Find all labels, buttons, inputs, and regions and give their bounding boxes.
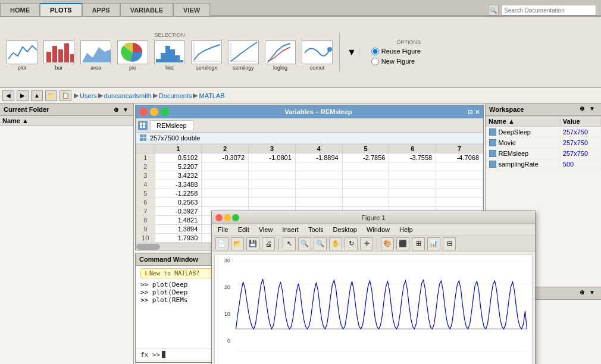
tab-view[interactable]: VIEW	[173, 3, 210, 16]
copy-path-button[interactable]: 📋	[60, 90, 71, 101]
col-header-5[interactable]: 5	[342, 145, 389, 153]
cell-value[interactable]	[295, 198, 342, 207]
cell-value[interactable]	[342, 198, 389, 207]
path-item-matlab[interactable]: MATLAB	[199, 92, 224, 99]
workspace-row[interactable]: samplingRate500	[486, 159, 601, 170]
table-row[interactable]: 5-1.2258	[136, 189, 483, 198]
cell-value[interactable]	[342, 180, 389, 189]
path-item-users[interactable]: Users	[80, 92, 97, 99]
workspace-col-value[interactable]: Value	[560, 117, 600, 127]
table-row[interactable]: 4-3.3488	[136, 180, 483, 189]
workspace-expand-button[interactable]: ⊕	[580, 105, 588, 114]
cell-value[interactable]: 0.5102	[155, 153, 202, 162]
cell-value[interactable]: -1.2258	[155, 189, 202, 198]
figure-menu-edit[interactable]: Edit	[237, 225, 251, 234]
variables-undock-button[interactable]: ⊡	[468, 109, 472, 115]
cell-value[interactable]	[436, 162, 483, 171]
figure-menu-desktop[interactable]: Desktop	[332, 225, 358, 234]
tab-apps[interactable]: APPS	[82, 3, 120, 16]
table-row[interactable]: 25.2207	[136, 162, 483, 171]
cell-value[interactable]	[436, 198, 483, 207]
figure-min-button[interactable]	[224, 214, 231, 221]
fig-save-button[interactable]: 💾	[246, 237, 259, 250]
cell-value[interactable]: 0.2563	[155, 198, 202, 207]
cell-value[interactable]	[249, 171, 296, 180]
col-header-7[interactable]: 7	[436, 145, 483, 153]
cell-value[interactable]	[295, 189, 342, 198]
cell-value[interactable]	[249, 180, 296, 189]
cell-value[interactable]	[202, 180, 249, 189]
cell-value[interactable]	[342, 189, 389, 198]
cell-value[interactable]: -2.7856	[342, 153, 389, 162]
workspace-col-name[interactable]: Name ▲	[486, 117, 561, 127]
cell-value[interactable]	[295, 180, 342, 189]
table-row[interactable]: 60.2563	[136, 198, 483, 207]
history-menu-button[interactable]: ▼	[589, 289, 597, 297]
cell-value[interactable]	[389, 171, 436, 180]
fig-zoom-in-button[interactable]: 🔍	[298, 237, 311, 250]
cell-value[interactable]	[202, 162, 249, 171]
figure-max-button[interactable]	[232, 214, 239, 221]
cell-value[interactable]: 5.2207	[155, 162, 202, 171]
fig-datacursor-button[interactable]: ✛	[360, 237, 373, 250]
cell-value[interactable]	[249, 198, 296, 207]
workspace-menu-button[interactable]: ▼	[589, 105, 597, 114]
reuse-figure-radio[interactable]	[371, 48, 379, 55]
plot-icon-pie[interactable]: pie	[115, 39, 150, 72]
variables-tab-remsleep[interactable]: REMsleep	[150, 120, 193, 130]
col-header-4[interactable]: 4	[295, 145, 342, 153]
fig-open-button[interactable]: 📂	[231, 237, 244, 250]
cell-value[interactable]: -1.8894	[295, 153, 342, 162]
cell-value[interactable]	[436, 189, 483, 198]
fig-pan-button[interactable]: ✋	[329, 237, 342, 250]
variables-min-button[interactable]	[150, 108, 158, 116]
workspace-row[interactable]: DeepSleep257x750	[486, 127, 601, 138]
forward-button[interactable]: ▶	[17, 90, 29, 101]
scrollbar-thumb[interactable]	[136, 244, 160, 250]
more-plots-button[interactable]: ▼	[345, 48, 359, 57]
tab-home[interactable]: HOME	[0, 3, 40, 16]
variables-close-button[interactable]	[139, 108, 148, 116]
workspace-row[interactable]: Movie257x750	[486, 137, 601, 148]
plot-icon-semilogy[interactable]: semilogy	[226, 39, 261, 72]
plot-icon-comet[interactable]: comet	[300, 39, 334, 72]
reuse-figure-label[interactable]: Reuse Figure	[371, 48, 421, 55]
figure-menu-insert[interactable]: Insert	[281, 225, 300, 234]
cell-value[interactable]	[342, 162, 389, 171]
fig-rotate-button[interactable]: ↻	[345, 237, 358, 250]
figure-close-button[interactable]	[215, 214, 223, 221]
plot-icon-bar[interactable]: bar	[42, 39, 76, 72]
fig-axes-button[interactable]: ⊟	[443, 237, 456, 250]
col-header-3[interactable]: 3	[249, 145, 296, 153]
fig-cursor-button[interactable]: ↖	[283, 237, 296, 250]
cell-value[interactable]: -3.7558	[389, 153, 436, 162]
cell-value[interactable]	[389, 180, 436, 189]
fig-legend-button[interactable]: 📊	[427, 237, 440, 250]
fig-zoom-out-button[interactable]: 🔍	[314, 237, 327, 250]
cell-value[interactable]	[249, 189, 296, 198]
cell-value[interactable]	[202, 189, 249, 198]
cell-value[interactable]	[389, 162, 436, 171]
col-header-1[interactable]: 1	[155, 145, 202, 153]
cell-value[interactable]	[389, 198, 436, 207]
history-expand-button[interactable]: ⊕	[580, 289, 588, 297]
cell-value[interactable]: -3.3488	[155, 180, 202, 189]
figure-menu-file[interactable]: File	[217, 225, 230, 234]
figure-menu-window[interactable]: Window	[365, 225, 391, 234]
plot-icon-semilogx[interactable]: semilogx	[189, 39, 224, 72]
fig-new-button[interactable]: 📄	[215, 237, 228, 250]
figure-menu-view[interactable]: View	[258, 225, 274, 234]
col-header-6[interactable]: 6	[389, 145, 436, 153]
browse-button[interactable]: 📁	[45, 90, 57, 101]
plot-icon-area[interactable]: area	[79, 39, 113, 72]
tab-plots[interactable]: PLOTS	[40, 3, 82, 16]
figure-menu-help[interactable]: Help	[398, 225, 414, 234]
cell-value[interactable]	[202, 198, 249, 207]
search-documentation-input[interactable]	[501, 5, 596, 15]
fig-more-button[interactable]: ⬛	[396, 237, 409, 250]
back-button[interactable]: ◀	[2, 90, 14, 101]
cell-value[interactable]	[436, 180, 483, 189]
fig-print-button[interactable]: 🖨	[262, 237, 275, 250]
up-button[interactable]: ▲	[31, 90, 43, 101]
variables-close2-button[interactable]: ✕	[475, 109, 480, 115]
